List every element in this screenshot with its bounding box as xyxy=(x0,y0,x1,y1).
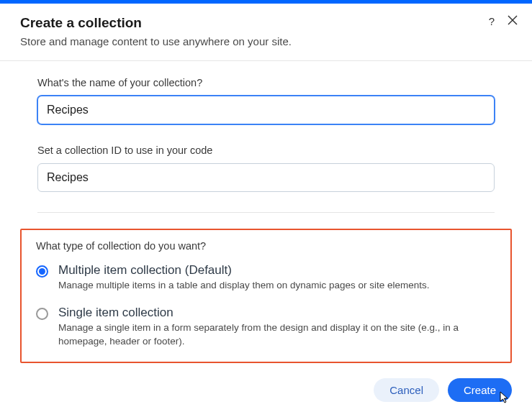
help-icon[interactable]: ? xyxy=(487,14,496,28)
radio-option-single[interactable]: Single item collection Manage a single i… xyxy=(36,306,496,349)
section-divider xyxy=(37,212,495,213)
radio-title: Multiple item collection (Default) xyxy=(58,263,496,278)
dialog-header: Create a collection Store and manage con… xyxy=(0,4,532,61)
cancel-button[interactable]: Cancel xyxy=(374,378,439,402)
header-icons: ? xyxy=(487,14,519,28)
name-label: What's the name of your collection? xyxy=(37,77,495,88)
collection-type-section: What type of collection do you want? Mul… xyxy=(20,229,512,363)
radio-text: Single item collection Manage a single i… xyxy=(58,306,496,349)
radio-desc: Manage a single item in a form separatel… xyxy=(58,321,496,349)
dialog-subtitle: Store and manage content to use anywhere… xyxy=(20,35,512,47)
create-button[interactable]: Create xyxy=(448,378,512,402)
radio-title: Single item collection xyxy=(58,306,496,320)
radio-text: Multiple item collection (Default) Manag… xyxy=(58,263,496,293)
dialog-title: Create a collection xyxy=(20,15,512,31)
id-label: Set a collection ID to use in your code xyxy=(37,145,495,156)
id-field-group: Set a collection ID to use in your code xyxy=(20,145,512,192)
dialog-content: What's the name of your collection? Set … xyxy=(0,61,532,363)
name-field-group: What's the name of your collection? xyxy=(20,77,512,124)
collection-name-input[interactable] xyxy=(37,96,495,124)
radio-icon xyxy=(36,265,48,278)
type-label: What type of collection do you want? xyxy=(36,240,496,252)
radio-option-multiple[interactable]: Multiple item collection (Default) Manag… xyxy=(36,263,496,293)
dialog-footer: Cancel Create xyxy=(374,378,512,402)
collection-id-input[interactable] xyxy=(37,163,495,192)
radio-desc: Manage multiple items in a table and dis… xyxy=(58,279,496,293)
radio-icon xyxy=(36,308,48,320)
close-icon[interactable] xyxy=(506,14,519,28)
